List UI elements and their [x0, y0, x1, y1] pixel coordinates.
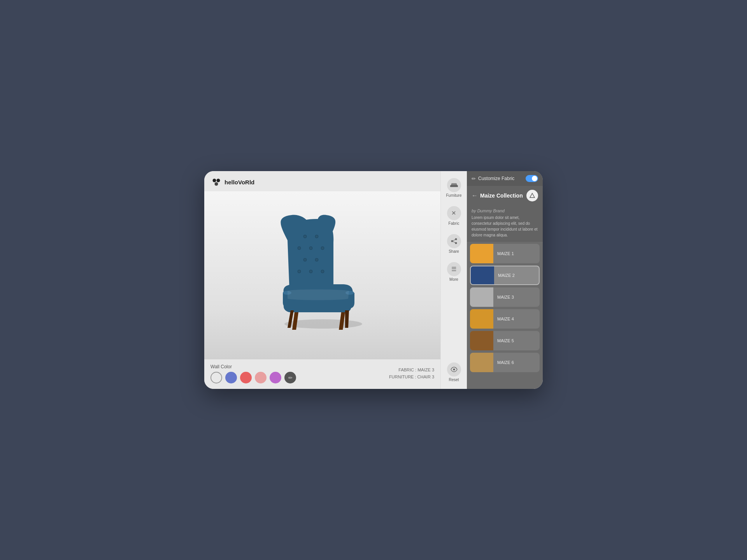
svg-point-9: [303, 258, 307, 261]
toolbar-item-fabric[interactable]: ✕ Fabric: [444, 203, 465, 229]
fabric-item-maize5[interactable]: MAIZE 5: [470, 331, 540, 350]
svg-point-13: [321, 270, 324, 273]
svg-rect-16: [451, 184, 457, 187]
fabric-status: FABRIC : MAIZE 3: [389, 367, 434, 374]
svg-point-1: [217, 179, 220, 182]
maize5-label: MAIZE 5: [493, 338, 514, 343]
share-label: Share: [449, 249, 459, 254]
maize4-label: MAIZE 4: [493, 317, 514, 321]
maize6-swatch: [470, 353, 493, 372]
more-label: More: [449, 277, 458, 282]
maize3-label: MAIZE 3: [493, 295, 514, 299]
svg-point-4: [303, 235, 307, 238]
back-title: ← Maize Collection: [472, 192, 523, 199]
fabric-item-maize2[interactable]: MAIZE 2: [470, 266, 540, 285]
share-icon: [447, 234, 461, 248]
fabric-icon: ✕: [447, 206, 461, 220]
fabric-item-maize6[interactable]: MAIZE 6: [470, 353, 540, 372]
chair-viewport: [204, 191, 440, 359]
fabric-label: Fabric: [449, 221, 459, 226]
reset-area[interactable]: Reset: [444, 359, 464, 385]
toolbar-item-share[interactable]: Share: [444, 231, 465, 257]
fabric-item-maize4[interactable]: MAIZE 4: [470, 309, 540, 329]
svg-rect-17: [450, 185, 452, 187]
logo-text: helloVoRld: [224, 179, 254, 186]
ar-button[interactable]: [526, 190, 538, 201]
bottom-controls: Wall Color ✏ FABRIC : MAIZE 3 FURNITURE …: [204, 359, 440, 389]
maize2-label: MAIZE 2: [494, 273, 515, 278]
svg-rect-18: [456, 185, 458, 187]
status-info: FABRIC : MAIZE 3 FURNITURE : CHAIR 3: [389, 367, 434, 380]
svg-point-25: [453, 369, 455, 371]
collection-header: ← Maize Collection: [467, 186, 543, 205]
reset-label: Reset: [449, 378, 459, 382]
customize-label: Customize Fabric: [478, 176, 514, 181]
left-panel: helloVoRld: [204, 171, 440, 389]
wall-color-edit-button[interactable]: ✏: [284, 372, 296, 383]
brand-name: by Dummy Brand: [472, 208, 538, 213]
more-icon: ☰: [447, 262, 461, 276]
collection-title: Maize Collection: [480, 192, 523, 199]
toolbar-item-more[interactable]: ☰ More: [444, 259, 465, 285]
svg-point-12: [309, 270, 312, 273]
customize-icon: ✏: [472, 176, 476, 182]
fabric-item-maize1[interactable]: MAIZE 1: [470, 244, 540, 263]
svg-point-20: [455, 238, 457, 240]
edit-icon: ✏: [288, 375, 293, 381]
logo-icon: [210, 177, 221, 187]
collection-desc: Lorem ipsum dolor sit amet, consectetur …: [472, 215, 538, 238]
fabric-list: MAIZE 1 MAIZE 2 MAIZE 3 MAIZE 4 MAIZE 5: [467, 242, 543, 389]
logo-area: helloVoRld: [210, 177, 254, 187]
svg-point-2: [215, 182, 218, 186]
svg-point-10: [315, 258, 318, 261]
svg-line-24: [453, 242, 455, 243]
maize3-swatch: [470, 287, 493, 307]
maize4-swatch: [470, 309, 493, 329]
maize5-swatch: [470, 331, 493, 350]
fabric-item-maize3[interactable]: MAIZE 3: [470, 287, 540, 307]
toolbar-item-furniture[interactable]: Furniture: [444, 175, 465, 201]
wall-color-purple[interactable]: [270, 372, 281, 383]
maize1-swatch: [470, 244, 493, 263]
svg-rect-19: [451, 183, 457, 185]
wall-color-coral[interactable]: [240, 372, 252, 383]
svg-point-8: [321, 247, 324, 250]
customize-toggle[interactable]: [526, 175, 538, 182]
toolbar: Furniture ✕ Fabric Share: [440, 171, 467, 389]
chair-illustration: [249, 209, 396, 341]
customize-label-area: ✏ Customize Fabric: [472, 176, 514, 182]
maize2-swatch: [471, 266, 494, 284]
collection-meta: by Dummy Brand Lorem ipsum dolor sit ame…: [467, 205, 543, 242]
svg-line-23: [453, 240, 455, 241]
wall-color-pink[interactable]: [255, 372, 267, 383]
back-arrow-icon[interactable]: ←: [472, 192, 478, 199]
furniture-icon: [447, 178, 461, 192]
reset-icon: [447, 362, 461, 376]
maize6-label: MAIZE 6: [493, 360, 514, 365]
svg-point-21: [451, 240, 453, 242]
svg-point-0: [213, 179, 216, 182]
svg-point-11: [298, 270, 301, 273]
top-bar: helloVoRld: [204, 171, 440, 191]
customize-header: ✏ Customize Fabric: [467, 171, 543, 186]
app-container: helloVoRld: [204, 171, 543, 389]
furniture-status: FURNITURE : CHAIR 3: [389, 374, 434, 381]
svg-point-7: [309, 247, 312, 250]
svg-point-6: [298, 247, 301, 250]
furniture-label: Furniture: [446, 193, 461, 198]
right-panel: ✏ Customize Fabric ← Maize Collection by…: [467, 171, 543, 389]
svg-point-5: [315, 235, 318, 238]
wall-color-label: Wall Color: [210, 364, 296, 369]
maize1-label: MAIZE 1: [493, 251, 514, 256]
color-swatches: ✏: [210, 372, 296, 383]
wall-color-blue[interactable]: [225, 372, 237, 383]
wall-color-section: Wall Color ✏: [210, 364, 296, 383]
svg-marker-26: [530, 193, 535, 198]
svg-point-22: [455, 242, 457, 244]
wall-color-white[interactable]: [210, 372, 222, 383]
